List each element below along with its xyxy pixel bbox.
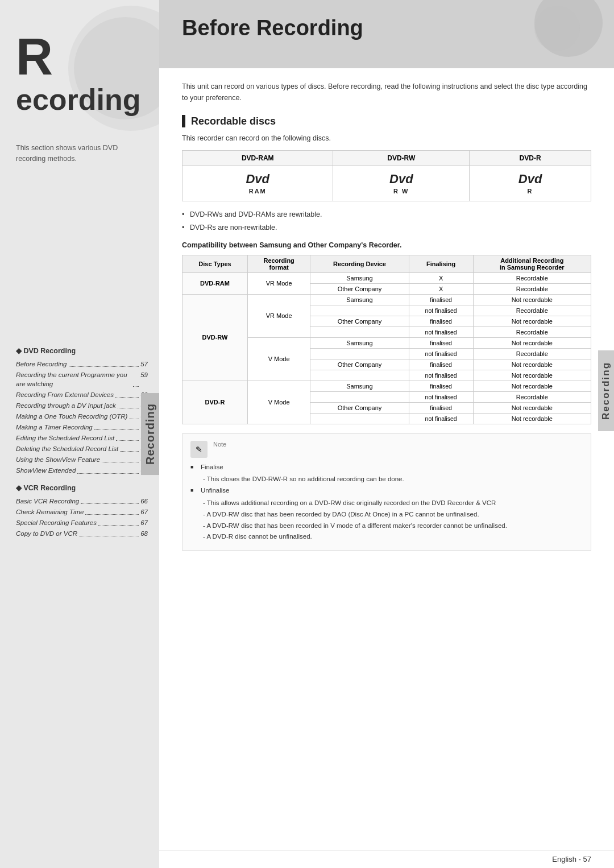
disc-col-r: DVD-R <box>470 151 591 166</box>
toc-item: Before Recording57 <box>16 359 148 369</box>
format-vr: VR Mode <box>248 272 310 294</box>
additional-notrecordable1: Not recordable <box>473 294 591 305</box>
note-icon: ✎ <box>190 441 208 458</box>
device-empty2 <box>310 326 409 337</box>
toc-item-label: Deleting the Scheduled Record List <box>16 444 118 453</box>
toc-dots <box>133 370 139 387</box>
toc-dots <box>81 497 139 504</box>
compatibility-table: Disc Types Recordingformat Recording Dev… <box>182 255 591 424</box>
table-row: DVD-R V Mode Samsung finalised Not recor… <box>182 381 591 391</box>
dvd-sub-rw: R W <box>393 188 409 195</box>
toc-item: Editing the Scheduled Record List63 <box>16 433 148 443</box>
toc-dots <box>69 359 139 367</box>
main-content: This unit can record on various types of… <box>159 68 614 562</box>
toc-item: Check Remaining Time67 <box>16 507 148 516</box>
finalising-notfinalised5: not finalised <box>409 391 473 402</box>
compat-header-device: Recording Device <box>310 255 409 272</box>
toc-item: Making a Timer Recording61 <box>16 423 148 432</box>
additional-notrecordable7: Not recordable <box>473 402 591 413</box>
toc-item: Deleting the Scheduled Record List64 <box>16 444 148 453</box>
toc-dots <box>79 529 139 536</box>
disc-type-table: DVD-RAM DVD-RW DVD-R Dvd RAM Dvd R W <box>182 150 591 201</box>
disc-dvdram: DVD-RAM <box>182 272 248 294</box>
note-unfinalise-sub1: This allows additional recording on a DV… <box>190 498 583 509</box>
table-row: DVD-RAM VR Mode Samsung X Recordable <box>182 272 591 283</box>
toc-dots <box>77 466 139 473</box>
toc-dots <box>98 518 139 526</box>
additional-recordable6: Recordable <box>473 391 591 402</box>
right-vertical-tab: Recording <box>598 350 614 431</box>
toc-dots <box>94 423 139 430</box>
finalising-finalised5: finalised <box>409 381 473 391</box>
vcr-toc-list: Basic VCR Recording66Check Remaining Tim… <box>16 497 148 538</box>
toc-item-label: Check Remaining Time <box>16 507 84 516</box>
dvd-toc-list: Before Recording57Recording the current … <box>16 359 148 476</box>
dvd-sub-ram: RAM <box>249 188 267 195</box>
toc-item-label: Editing the Scheduled Record List <box>16 433 114 443</box>
disc-logo-ram: Dvd RAM <box>182 166 333 201</box>
additional-notrecordable8: Not recordable <box>473 413 591 424</box>
finalising-finalised6: finalised <box>409 402 473 413</box>
compat-header-finalising: Finalising <box>409 255 473 272</box>
toc-item: Recording through a DV Input jack60 <box>16 401 148 410</box>
toc-item: ShowView Extended66 <box>16 466 148 475</box>
toc-page: 67 <box>140 518 148 527</box>
dvd-logo-ram: Dvd <box>188 172 327 187</box>
finalising-notfinalised4: not finalised <box>409 370 473 381</box>
toc-dots <box>129 412 139 419</box>
device-empty5 <box>310 391 409 402</box>
vcr-section-title: ◆ VCR Recording <box>16 483 148 492</box>
additional-recordable5: Recordable <box>473 348 591 359</box>
note-header: ✎ Note <box>190 441 583 458</box>
disc-dvdr: DVD-R <box>182 381 248 424</box>
device-empty1 <box>310 305 409 316</box>
left-panel-title: Recording <box>0 0 159 120</box>
additional-recordable4: Recordable <box>473 326 591 337</box>
toc-page: 68 <box>140 529 148 538</box>
table-of-contents: ◆ DVD Recording Before Recording57Record… <box>0 164 159 538</box>
recordable-discs-label: Recordable discs <box>191 115 276 127</box>
toc-page: 59 <box>140 370 148 388</box>
toc-item: Recording From External Devices60 <box>16 390 148 399</box>
dvd-logo-rw: Dvd <box>339 172 463 187</box>
toc-item: Recording the current Programme you are … <box>16 370 148 388</box>
format-vmode2: V Mode <box>248 381 310 424</box>
finalising-x2: X <box>409 283 473 294</box>
toc-item: Basic VCR Recording66 <box>16 497 148 506</box>
disc-logo-rw: Dvd R W <box>333 166 470 201</box>
finalising-notfinalised6: not finalised <box>409 413 473 424</box>
left-panel: Recording This section shows various DVD… <box>0 0 159 868</box>
finalising-finalised2: finalised <box>409 316 473 326</box>
toc-item-label: Special Recording Features <box>16 518 97 527</box>
note-unfinalise-sub3: A DVD-RW disc that has been recorded in … <box>190 521 583 531</box>
toc-item-label: ShowView Extended <box>16 466 76 475</box>
format-vmode: V Mode <box>248 337 310 381</box>
device-other2: Other Company <box>310 316 409 326</box>
intro-text: This unit can record on various types of… <box>182 81 591 104</box>
compat-header-format: Recordingformat <box>248 255 310 272</box>
toc-item-label: Making a One Touch Recording (OTR) <box>16 412 127 421</box>
toc-page: 67 <box>140 507 148 516</box>
page-title: Before Recording <box>182 16 591 40</box>
bullet-item-non-rewritable: DVD-Rs are non-rewritable. <box>182 222 591 233</box>
note-section: ✎ Note Finalise This closes the DVD-RW/-… <box>182 433 591 551</box>
recordable-discs-title: Recordable discs <box>182 115 591 127</box>
toc-item-label: Before Recording <box>16 359 67 369</box>
device-other1: Other Company <box>310 283 409 294</box>
disc-bullet-list: DVD-RWs and DVD-RAMs are rewritable. DVD… <box>182 209 591 233</box>
toc-item-label: Using the ShowView Feature <box>16 455 100 464</box>
toc-dots <box>116 433 139 441</box>
bullet-item-rewritable: DVD-RWs and DVD-RAMs are rewritable. <box>182 209 591 220</box>
page-number-bar: English - 57 <box>159 850 614 868</box>
dvd-logo-r: Dvd <box>475 172 585 187</box>
format-vrmode: VR Mode <box>248 294 310 337</box>
compat-header-additional: Additional Recordingin Samsung Recorder <box>473 255 591 272</box>
additional-notrecordable4: Not recordable <box>473 359 591 370</box>
note-unfinalise-title: Unfinalise <box>190 486 583 496</box>
additional-recordable3: Recordable <box>473 305 591 316</box>
finalising-notfinalised1: not finalised <box>409 305 473 316</box>
toc-item-label: Basic VCR Recording <box>16 497 79 506</box>
toc-dots <box>115 390 139 398</box>
toc-page: 66 <box>140 497 148 506</box>
additional-recordable2: Recordable <box>473 283 591 294</box>
